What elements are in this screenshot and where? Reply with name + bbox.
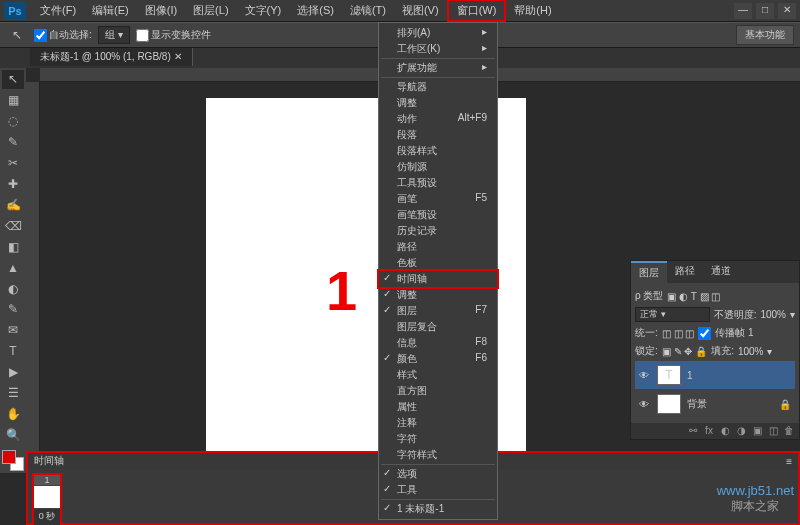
brush-tool[interactable]: ✍ bbox=[2, 195, 24, 214]
menu-filter[interactable]: 滤镜(T) bbox=[342, 1, 394, 20]
type-tool[interactable]: T bbox=[2, 342, 24, 361]
tab-channels[interactable]: 通道 bbox=[703, 261, 739, 283]
menu-item-扩展功能[interactable]: 扩展功能▸ bbox=[379, 60, 497, 76]
eraser-tool[interactable]: ⌫ bbox=[2, 216, 24, 235]
menu-item-路径[interactable]: 路径 bbox=[379, 239, 497, 255]
tab-paths[interactable]: 路径 bbox=[667, 261, 703, 283]
lock-icon: 🔒 bbox=[779, 399, 791, 410]
link-icon[interactable]: ⚯ bbox=[687, 425, 699, 437]
menu-item-调整[interactable]: ✓调整 bbox=[379, 287, 497, 303]
filter-icon[interactable]: ▣ ◐ T ▨ ◫ bbox=[667, 291, 720, 302]
timeline-frame[interactable]: 1 0 秒 ▾ bbox=[32, 473, 62, 525]
menu-help[interactable]: 帮助(H) bbox=[506, 1, 559, 20]
propagate-check[interactable] bbox=[698, 327, 711, 340]
menu-item-样式[interactable]: 样式 bbox=[379, 367, 497, 383]
visibility-icon[interactable]: 👁 bbox=[639, 370, 651, 381]
shape-tool[interactable]: ☰ bbox=[2, 384, 24, 403]
minimize-button[interactable]: — bbox=[734, 3, 752, 19]
menu-item-导航器[interactable]: 导航器 bbox=[379, 79, 497, 95]
menu-window[interactable]: 窗口(W) bbox=[447, 0, 507, 22]
panel-menu-icon[interactable]: ≡ bbox=[786, 456, 792, 467]
layer-name[interactable]: 背景 bbox=[687, 397, 707, 411]
eyedropper-tool[interactable]: ✚ bbox=[2, 175, 24, 194]
menu-item-工具预设[interactable]: 工具预设 bbox=[379, 175, 497, 191]
menu-item-仿制源[interactable]: 仿制源 bbox=[379, 159, 497, 175]
menu-item-画笔预设[interactable]: 画笔预设 bbox=[379, 207, 497, 223]
menu-item-选项[interactable]: ✓选项 bbox=[379, 466, 497, 482]
menu-item-工作区(K)[interactable]: 工作区(K)▸ bbox=[379, 41, 497, 57]
mask-icon[interactable]: ◐ bbox=[719, 425, 731, 437]
menu-separator bbox=[381, 58, 495, 59]
unify-icons[interactable]: ◫ ◫ ◫ bbox=[662, 328, 695, 339]
move-tool[interactable]: ↖ bbox=[2, 70, 24, 89]
menu-item-时间轴[interactable]: ✓时间轴 bbox=[377, 269, 499, 289]
lock-label: 锁定: bbox=[635, 344, 658, 358]
menu-item-信息[interactable]: 信息F8 bbox=[379, 335, 497, 351]
lasso-tool[interactable]: ◌ bbox=[2, 112, 24, 131]
workspace-button[interactable]: 基本功能 bbox=[736, 25, 794, 45]
stamp-tool[interactable]: ✎ bbox=[2, 300, 24, 319]
menu-item-1 未标题-1[interactable]: ✓1 未标题-1 bbox=[379, 501, 497, 517]
pen-tool[interactable]: ▲ bbox=[2, 258, 24, 277]
layer-name[interactable]: 1 bbox=[687, 370, 693, 381]
frame-duration[interactable]: 0 秒 ▾ bbox=[34, 509, 60, 525]
layer-row-text[interactable]: 👁 T 1 bbox=[635, 361, 795, 389]
blend-mode-dropdown[interactable]: 正常 ▾ bbox=[635, 307, 710, 322]
transform-controls-check[interactable]: 显示变换控件 bbox=[136, 28, 211, 42]
menu-item-颜色[interactable]: ✓颜色F6 bbox=[379, 351, 497, 367]
marquee-tool[interactable]: ▦ bbox=[2, 91, 24, 110]
document-tab[interactable]: 未标题-1 @ 100% (1, RGB/8) ✕ bbox=[30, 48, 193, 66]
lock-icons[interactable]: ▣ ✎ ✥ 🔒 bbox=[662, 346, 707, 357]
auto-select-check[interactable]: 自动选择: bbox=[34, 28, 92, 42]
check-icon: ✓ bbox=[383, 304, 391, 315]
menu-item-工具[interactable]: ✓工具 bbox=[379, 482, 497, 498]
opacity-value[interactable]: 100% bbox=[760, 309, 786, 320]
menu-item-动作[interactable]: 动作Alt+F9 bbox=[379, 111, 497, 127]
crop-tool[interactable]: ✂ bbox=[2, 154, 24, 173]
menu-item-画笔[interactable]: 画笔F5 bbox=[379, 191, 497, 207]
menu-select[interactable]: 选择(S) bbox=[289, 1, 342, 20]
auto-select-dropdown[interactable]: 组 ▾ bbox=[98, 26, 130, 44]
menu-item-注释[interactable]: 注释 bbox=[379, 415, 497, 431]
menu-item-字符[interactable]: 字符 bbox=[379, 431, 497, 447]
menu-file[interactable]: 文件(F) bbox=[32, 1, 84, 20]
maximize-button[interactable]: □ bbox=[756, 3, 774, 19]
menu-item-排列(A)[interactable]: 排列(A)▸ bbox=[379, 25, 497, 41]
foreground-color[interactable] bbox=[2, 450, 16, 464]
gradient-tool[interactable]: ◧ bbox=[2, 237, 24, 256]
menu-item-属性[interactable]: 属性 bbox=[379, 399, 497, 415]
menu-view[interactable]: 视图(V) bbox=[394, 1, 447, 20]
fx-icon[interactable]: fx bbox=[703, 425, 715, 437]
layer-row-background[interactable]: 👁 背景 🔒 bbox=[635, 390, 795, 418]
layers-panel: 图层 路径 通道 ρ 类型 ▣ ◐ T ▨ ◫ 正常 ▾不透明度:100% ▾ … bbox=[630, 260, 800, 440]
menu-item-调整[interactable]: 调整 bbox=[379, 95, 497, 111]
tab-layers[interactable]: 图层 bbox=[631, 261, 667, 283]
close-button[interactable]: ✕ bbox=[778, 3, 796, 19]
menu-type[interactable]: 文字(Y) bbox=[237, 1, 290, 20]
adjust-icon[interactable]: ◑ bbox=[735, 425, 747, 437]
menu-item-图层复合[interactable]: 图层复合 bbox=[379, 319, 497, 335]
move-tool-icon: ↖ bbox=[6, 25, 28, 45]
menu-layer[interactable]: 图层(L) bbox=[185, 1, 236, 20]
trash-icon[interactable]: 🗑 bbox=[783, 425, 795, 437]
menu-item-段落[interactable]: 段落 bbox=[379, 127, 497, 143]
hand-tool[interactable]: ✋ bbox=[2, 405, 24, 424]
menu-item-段落样式[interactable]: 段落样式 bbox=[379, 143, 497, 159]
wand-tool[interactable]: ✎ bbox=[2, 133, 24, 152]
zoom-tool[interactable]: 🔍 bbox=[2, 425, 24, 444]
menu-item-直方图[interactable]: 直方图 bbox=[379, 383, 497, 399]
blur-tool[interactable]: ◐ bbox=[2, 279, 24, 298]
fill-value[interactable]: 100% bbox=[738, 346, 764, 357]
history-brush-tool[interactable]: ✉ bbox=[2, 321, 24, 340]
check-icon: ✓ bbox=[383, 272, 391, 283]
visibility-icon[interactable]: 👁 bbox=[639, 399, 651, 410]
menu-item-字符样式[interactable]: 字符样式 bbox=[379, 447, 497, 463]
menu-edit[interactable]: 编辑(E) bbox=[84, 1, 137, 20]
new-layer-icon[interactable]: ◫ bbox=[767, 425, 779, 437]
color-swatches[interactable] bbox=[2, 450, 24, 471]
folder-icon[interactable]: ▣ bbox=[751, 425, 763, 437]
menu-item-图层[interactable]: ✓图层F7 bbox=[379, 303, 497, 319]
path-tool[interactable]: ▶ bbox=[2, 363, 24, 382]
menu-item-历史记录[interactable]: 历史记录 bbox=[379, 223, 497, 239]
menu-image[interactable]: 图像(I) bbox=[137, 1, 185, 20]
